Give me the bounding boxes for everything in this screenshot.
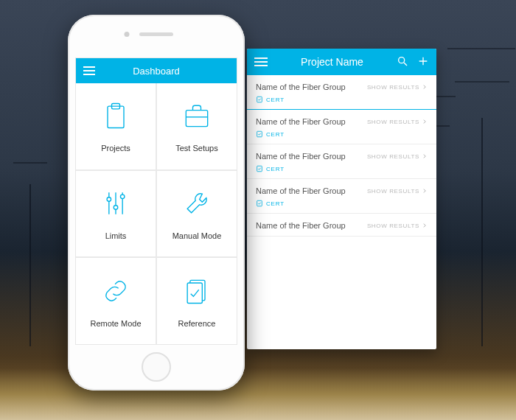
show-results-button[interactable]: SHOW RESULTS (367, 84, 428, 91)
svg-point-15 (107, 197, 111, 202)
show-results-label: SHOW RESULTS (367, 188, 419, 195)
show-results-button[interactable]: SHOW RESULTS (367, 188, 428, 195)
show-results-label: SHOW RESULTS (367, 119, 419, 125)
cert-badge: CERT (256, 130, 428, 138)
search-icon[interactable] (397, 55, 408, 69)
dashboard-header: Dashboard (76, 58, 237, 83)
home-button[interactable] (142, 352, 171, 382)
briefcase-icon (181, 99, 213, 135)
fiber-group-name: Name of the Fiber Group (256, 117, 346, 126)
add-icon[interactable] (417, 55, 429, 69)
tile-reference[interactable]: Reference (157, 258, 237, 344)
tile-label: Limits (105, 231, 127, 240)
svg-rect-5 (257, 131, 262, 137)
fiber-group-row[interactable]: Name of the Fiber GroupSHOW RESULTSCERT (247, 110, 436, 144)
fiber-group-name: Name of the Fiber Group (256, 152, 346, 161)
svg-rect-4 (257, 97, 262, 102)
svg-rect-7 (257, 200, 262, 206)
chevron-right-icon (422, 188, 428, 194)
svg-point-17 (120, 195, 125, 199)
tile-test-setups[interactable]: Test Setups (157, 83, 237, 169)
tile-label: Projects (101, 144, 130, 153)
fiber-group-name: Name of the Fiber Group (256, 83, 346, 91)
fiber-group-row[interactable]: Name of the Fiber GroupSHOW RESULTSCERT (247, 75, 436, 110)
background-tower (481, 118, 483, 346)
phone-earpiece (139, 32, 173, 36)
tile-label: Manual Mode (172, 231, 222, 240)
dashboard-screen: Dashboard ProjectsTest SetupsLimitsManua… (75, 57, 237, 345)
dashboard-grid: ProjectsTest SetupsLimitsManual ModeRemo… (76, 83, 237, 344)
cert-badge: CERT (256, 96, 428, 103)
clipboard-icon (100, 99, 132, 135)
cert-label: CERT (266, 97, 285, 103)
background-tower (29, 184, 31, 346)
tile-projects[interactable]: Projects (76, 83, 156, 169)
svg-rect-10 (186, 111, 207, 127)
phone-device: Dashboard ProjectsTest SetupsLimitsManua… (68, 15, 245, 391)
tile-label: Reference (178, 319, 216, 328)
wrench-icon (181, 187, 213, 223)
show-results-label: SHOW RESULTS (367, 223, 419, 229)
fiber-group-row[interactable]: Name of the Fiber GroupSHOW RESULTSCERT (247, 144, 436, 179)
tile-label: Remote Mode (90, 319, 141, 328)
show-results-label: SHOW RESULTS (367, 84, 419, 91)
project-header: Project Name (247, 49, 436, 75)
tile-limits[interactable]: Limits (76, 171, 156, 257)
fiber-group-row[interactable]: Name of the Fiber GroupSHOW RESULTS (247, 214, 436, 237)
svg-rect-6 (257, 166, 262, 172)
cert-label: CERT (266, 166, 285, 172)
svg-line-1 (404, 63, 407, 66)
project-title: Project Name (268, 56, 397, 68)
chevron-right-icon (422, 84, 428, 90)
tile-label: Test Setups (175, 144, 217, 153)
chevron-right-icon (422, 153, 428, 159)
dashboard-title: Dashboard (95, 66, 217, 77)
chevron-right-icon (422, 119, 428, 125)
cert-label: CERT (266, 200, 285, 207)
tile-manual-mode[interactable]: Manual Mode (157, 171, 237, 257)
show-results-button[interactable]: SHOW RESULTS (367, 153, 428, 160)
svg-point-16 (114, 206, 118, 210)
document-check-icon (181, 275, 213, 310)
show-results-button[interactable]: SHOW RESULTS (367, 223, 428, 229)
cert-badge: CERT (256, 165, 428, 172)
show-results-button[interactable]: SHOW RESULTS (367, 119, 428, 125)
phone-sensor (125, 32, 130, 37)
menu-icon[interactable] (254, 57, 268, 66)
svg-rect-8 (108, 106, 124, 127)
link-icon (100, 275, 132, 310)
cert-badge: CERT (256, 200, 428, 207)
project-screen: Project Name Name of the Fiber GroupSHOW… (247, 49, 436, 349)
svg-rect-19 (187, 283, 202, 304)
sliders-icon (100, 187, 132, 223)
cert-label: CERT (266, 131, 285, 138)
fiber-group-row[interactable]: Name of the Fiber GroupSHOW RESULTSCERT (247, 179, 436, 214)
show-results-label: SHOW RESULTS (367, 153, 419, 160)
menu-icon[interactable] (83, 66, 95, 75)
tile-remote-mode[interactable]: Remote Mode (76, 258, 156, 344)
fiber-group-name: Name of the Fiber Group (256, 221, 346, 230)
fiber-group-name: Name of the Fiber Group (256, 186, 346, 195)
fiber-group-list: Name of the Fiber GroupSHOW RESULTSCERTN… (247, 75, 436, 237)
svg-point-0 (399, 57, 405, 63)
chevron-right-icon (422, 223, 428, 228)
